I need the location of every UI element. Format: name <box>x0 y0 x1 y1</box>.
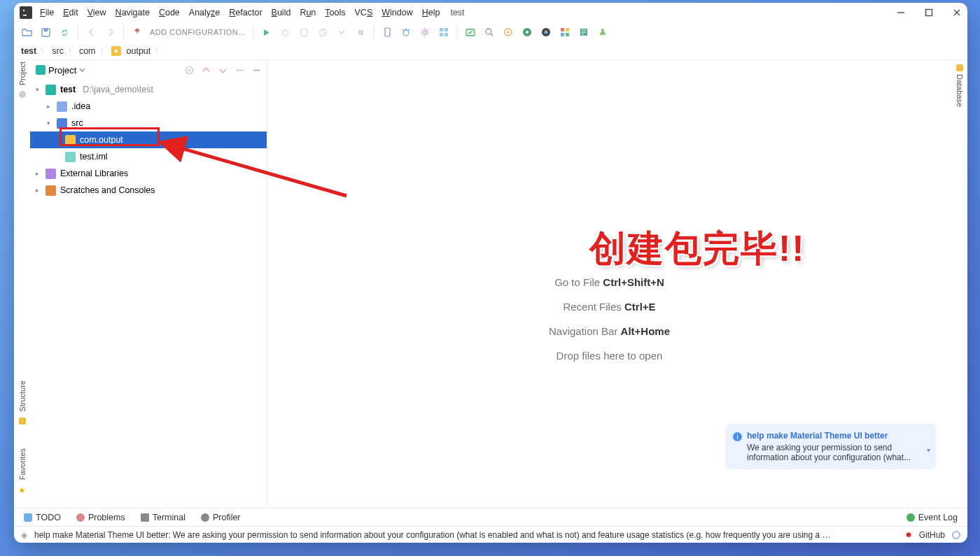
status-gutter-icon[interactable]: ◈ <box>21 530 27 540</box>
svg-point-18 <box>507 31 510 34</box>
bug-icon[interactable]: ✸ <box>905 530 912 540</box>
breadcrumb-item[interactable]: output <box>127 46 151 56</box>
tab-problems[interactable]: Problems <box>76 513 125 522</box>
menu-window[interactable]: Window <box>382 8 412 17</box>
titlebar-project-name: test <box>444 8 464 17</box>
tab-profiler[interactable]: Profiler <box>201 513 241 522</box>
branch-icon[interactable] <box>952 531 960 539</box>
breadcrumb-item[interactable]: src <box>52 46 64 56</box>
select-opened-icon[interactable] <box>184 65 194 75</box>
collapse-all-icon[interactable] <box>218 65 227 75</box>
status-message: help make Material Theme UI better: We a… <box>34 530 832 540</box>
menu-code[interactable]: Code <box>159 8 180 17</box>
svg-rect-13 <box>440 33 443 36</box>
stop-icon[interactable] <box>355 27 367 38</box>
tab-todo[interactable]: TODO <box>24 513 61 522</box>
left-tool-gutter: Project Structure Favorites ★ <box>14 60 30 508</box>
hide-panel-icon[interactable] <box>251 65 261 75</box>
run-dropdown-icon[interactable] <box>336 27 348 38</box>
breadcrumb-bar: test〉 src〉 com〉 output〉 <box>14 42 967 60</box>
window-close-button[interactable] <box>952 8 962 17</box>
github-widget[interactable]: GitHub <box>919 530 945 540</box>
menu-file[interactable]: File <box>40 8 54 17</box>
folder-icon <box>57 101 67 112</box>
tool-database-tab[interactable]: Database <box>955 74 964 107</box>
tab-terminal[interactable]: Terminal <box>141 513 186 522</box>
project-view-icon <box>36 65 46 75</box>
pin-icon[interactable] <box>131 27 143 38</box>
menu-view[interactable]: View <box>88 8 106 17</box>
window-maximize-button[interactable] <box>924 8 934 17</box>
breadcrumb-item[interactable]: test <box>21 46 36 56</box>
svg-point-5 <box>282 30 288 36</box>
chevron-right-icon: 〉 <box>100 46 107 56</box>
menu-analyze[interactable]: Analyze <box>189 8 220 17</box>
save-icon[interactable] <box>40 27 52 38</box>
add-configuration-button[interactable]: ADD CONFIGURATION... <box>150 28 246 36</box>
menu-tools[interactable]: Tools <box>325 8 345 17</box>
intellij-logo-icon <box>20 6 32 19</box>
tool-icon-8[interactable] <box>597 27 609 38</box>
chevron-down-icon <box>79 67 85 73</box>
tree-node-scratches[interactable]: ▸ Scratches and Consoles <box>30 182 267 199</box>
menu-edit[interactable]: Edit <box>63 8 78 17</box>
debug-icon[interactable] <box>279 27 291 38</box>
grid-icon[interactable] <box>438 27 450 38</box>
statusbar: ◈ help make Material Theme UI better: We… <box>14 526 967 543</box>
tool-icon-5[interactable] <box>540 27 552 38</box>
menu-run[interactable]: Run <box>300 8 316 17</box>
tool-dot-icon <box>19 91 26 98</box>
file-icon <box>65 152 76 162</box>
sync-icon[interactable] <box>59 27 71 38</box>
menu-help[interactable]: Help <box>422 8 440 17</box>
tree-node-idea[interactable]: ▸ .idea <box>30 98 267 115</box>
svg-point-28 <box>601 29 604 31</box>
toolbar-sep <box>78 26 78 38</box>
chevron-down-icon[interactable]: ▾ <box>927 446 930 454</box>
device-icon[interactable] <box>382 27 393 38</box>
attach-debug-icon[interactable] <box>400 27 412 38</box>
nav-back-icon[interactable] <box>85 27 97 38</box>
tree-node-external-libs[interactable]: ▸ External Libraries <box>30 165 267 182</box>
breadcrumb-item[interactable]: com <box>79 46 96 56</box>
tool-favorites-tab[interactable]: Favorites <box>18 448 27 480</box>
coverage-icon[interactable] <box>298 27 310 38</box>
tool-icon-3[interactable] <box>503 27 514 38</box>
panel-options-icon[interactable] <box>234 65 244 75</box>
svg-point-9 <box>403 30 409 36</box>
menu-build[interactable]: Build <box>272 8 291 17</box>
settings-gear-icon[interactable] <box>419 27 431 38</box>
profile-icon[interactable] <box>317 27 329 38</box>
tree-node-label: External Libraries <box>60 169 128 178</box>
window-minimize-button[interactable] <box>896 8 906 17</box>
tool-icon-4[interactable] <box>522 27 533 38</box>
source-folder-icon <box>57 118 67 129</box>
search-icon[interactable] <box>484 27 496 38</box>
editor-area[interactable]: Go to File Ctrl+Shift+N Recent Files Ctr… <box>267 60 951 508</box>
tool-project-tab[interactable]: Project <box>18 62 27 85</box>
tree-node-src[interactable]: ▾ src <box>30 115 267 131</box>
notification-popup[interactable]: i help make Material Theme UI better We … <box>726 424 936 469</box>
open-folder-icon[interactable] <box>21 27 33 38</box>
menubar: File Edit View Navigate Code Analyze Ref… <box>14 3 967 22</box>
scratch-icon <box>46 185 56 196</box>
tool-icon-6[interactable] <box>559 27 571 38</box>
menu-vcs[interactable]: VCS <box>355 8 373 17</box>
tree-node-package-selected[interactable]: com.output <box>30 131 267 148</box>
expand-all-icon[interactable] <box>201 65 211 75</box>
project-panel-header: Project <box>30 60 267 80</box>
tool-icon-7[interactable] <box>578 27 590 38</box>
tree-node-iml[interactable]: test.iml <box>30 148 267 165</box>
project-tree[interactable]: ▾ test D:\java_demo\test ▸ .idea ▾ src <box>30 80 267 508</box>
menu-refactor[interactable]: Refactor <box>229 8 262 17</box>
menu-navigate[interactable]: Navigate <box>115 8 150 17</box>
toolbar-sep <box>457 26 458 38</box>
project-view-selector[interactable]: Project <box>36 65 85 76</box>
tree-node-root[interactable]: ▾ test D:\java_demo\test <box>30 81 267 98</box>
tool-icon-1[interactable] <box>465 27 477 38</box>
tab-eventlog[interactable]: Event Log <box>906 513 958 522</box>
nav-fwd-icon[interactable] <box>104 27 116 38</box>
right-tool-gutter: Database <box>951 60 967 508</box>
run-icon[interactable] <box>260 27 272 38</box>
tool-structure-tab[interactable]: Structure <box>18 380 27 412</box>
